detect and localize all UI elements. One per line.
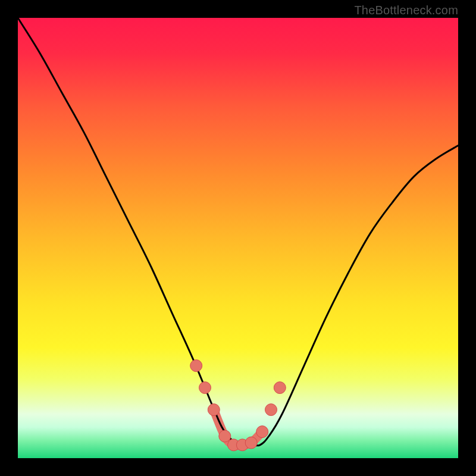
bottleneck-curve: [18, 18, 458, 446]
curve-marker: [199, 382, 211, 394]
curve-marker: [208, 404, 220, 416]
curve-marker: [245, 437, 257, 449]
chart-frame: TheBottleneck.com: [0, 0, 476, 476]
curve-marker: [265, 404, 277, 416]
curve-marker: [190, 360, 202, 372]
curve-marker: [256, 426, 268, 438]
plot-area: [18, 18, 458, 458]
curve-markers: [190, 360, 286, 451]
curve-marker: [219, 430, 231, 442]
curve-marker: [274, 382, 286, 394]
curve-layer: [18, 18, 458, 458]
watermark-text: TheBottleneck.com: [354, 4, 458, 17]
